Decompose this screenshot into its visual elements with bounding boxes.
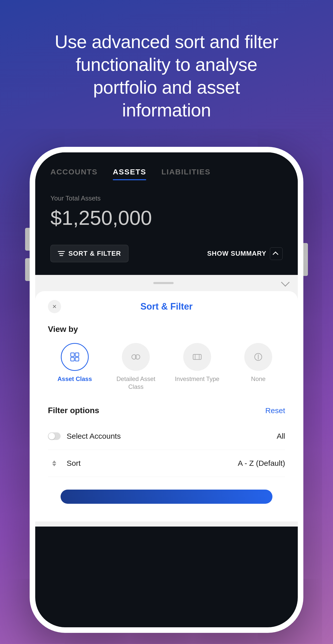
action-bar: SORT & FILTER SHOW SUMMARY [50,245,283,262]
drag-handle[interactable] [45,282,282,284]
sort-filter-button[interactable]: SORT & FILTER [50,245,128,262]
hero-text: Use advanced sort and filter functionali… [52,30,281,122]
view-by-label: View by [48,325,285,334]
toggle-switch[interactable] [48,432,61,440]
asset-class-icon [69,351,80,363]
total-assets-value: $1,250,000 [50,206,283,230]
select-accounts-value: All [277,432,285,440]
sheet-handle-bar [35,275,298,291]
tab-liabilities[interactable]: LIABILITIES [161,168,211,179]
view-option-asset-class[interactable]: Asset Class [48,343,102,391]
bottom-sheet: × Sort & Filter View by [35,275,298,527]
sort-row[interactable]: Sort A - Z (Default) [48,450,285,477]
phone-mockup: ACCOUNTS ASSETS LIABILITIES Your Total A… [30,147,303,633]
svg-rect-0 [71,353,74,356]
detailed-asset-class-icon [130,351,141,363]
svg-rect-2 [71,357,74,361]
svg-rect-1 [75,353,79,356]
volume-up-button [25,228,30,251]
apply-btn-area [48,485,285,509]
view-option-none[interactable]: None [232,343,285,391]
chevron-up-icon [273,251,279,257]
none-label: None [251,375,266,383]
sort-filter-panel: × Sort & Filter View by [35,291,298,521]
close-button[interactable]: × [48,300,61,313]
sort-label: Sort [67,459,238,468]
chevron-down-icon[interactable] [281,278,290,287]
view-option-investment-type[interactable]: Investment Type [170,343,224,391]
asset-class-label: Asset Class [58,375,92,383]
view-option-detailed-asset-class[interactable]: Detailed Asset Class [109,343,163,391]
filter-options-label: Filter options [48,406,99,415]
svg-point-5 [135,355,140,359]
sort-icon [48,457,61,470]
chevron-box [270,247,283,260]
investment-type-icon [192,351,203,363]
total-assets-label: Your Total Assets [50,194,283,202]
svg-rect-3 [75,357,79,361]
select-accounts-row[interactable]: Select Accounts All [48,423,285,450]
power-button [303,243,308,276]
select-accounts-label: Select Accounts [67,432,277,440]
reset-button[interactable]: Reset [265,406,285,415]
toggle-knob [48,433,55,439]
sort-arrows-icon [52,460,56,466]
investment-type-label: Investment Type [175,375,219,383]
sort-value: A - Z (Default) [238,459,285,468]
filter-header: Filter options Reset [48,406,285,415]
handle-pill [153,282,174,284]
view-options: Asset Class Detailed Asset Class [48,343,285,391]
tab-assets[interactable]: ASSETS [113,168,146,179]
detailed-asset-class-circle [122,343,150,371]
volume-down-button [25,258,30,281]
toggle-icon [48,430,61,442]
filter-icon [58,251,65,256]
panel-header: × Sort & Filter [48,301,285,312]
none-icon [253,351,264,363]
arrow-up-icon [52,460,56,463]
close-icon: × [52,303,57,310]
phone-frame: ACCOUNTS ASSETS LIABILITIES Your Total A… [30,147,303,633]
tab-bar: ACCOUNTS ASSETS LIABILITIES [50,168,283,179]
none-circle [244,343,272,371]
apply-button[interactable] [61,490,272,504]
phone-header: ACCOUNTS ASSETS LIABILITIES Your Total A… [35,152,298,275]
show-summary-control[interactable]: SHOW SUMMARY [207,247,283,260]
arrow-down-icon [52,464,56,466]
asset-class-circle [61,343,89,371]
investment-type-circle [183,343,211,371]
svg-rect-6 [193,354,201,359]
detailed-asset-class-label: Detailed Asset Class [109,375,163,391]
filter-options-section: Filter options Reset Select Accounts [48,406,285,477]
tab-accounts[interactable]: ACCOUNTS [50,168,98,179]
phone-screen: ACCOUNTS ASSETS LIABILITIES Your Total A… [35,152,298,627]
panel-title: Sort & Filter [140,301,193,312]
